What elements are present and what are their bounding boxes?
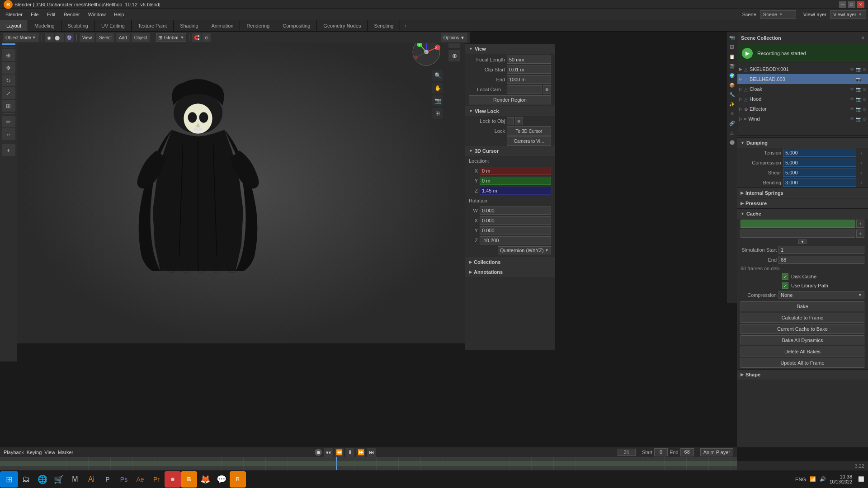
- shear-value[interactable]: 5.000: [783, 169, 856, 177]
- lock-to-obj-icon[interactable]: ⊕: [515, 117, 523, 125]
- focal-length-value[interactable]: 50 mm: [507, 56, 551, 64]
- proportional-edit[interactable]: ⊙: [202, 33, 211, 42]
- tree-cam-effector[interactable]: 📷: [856, 107, 861, 112]
- compression-selector[interactable]: None ▼: [778, 291, 864, 299]
- tab-modeling[interactable]: Modeling: [28, 20, 61, 31]
- clip-start-value[interactable]: 0.01 m: [507, 66, 551, 74]
- viewport-shading-material[interactable]: ⬤: [55, 33, 64, 42]
- start-button[interactable]: ⊞: [0, 471, 18, 488]
- bending-value[interactable]: 3.000: [783, 178, 856, 187]
- disk-cache-checkbox[interactable]: ✓: [782, 273, 788, 280]
- cache-input-1[interactable]: [741, 220, 855, 228]
- bake-all-dynamics-button[interactable]: Bake All Dynamics: [741, 335, 864, 345]
- move-tool-icon[interactable]: ✥: [2, 62, 15, 74]
- rot-y-value[interactable]: 0.000: [480, 226, 551, 235]
- viewport-shading-rendered[interactable]: 🔮: [65, 33, 74, 42]
- tree-item-effector[interactable]: ▷ ⊕ Effector 👁 📷 ⊙: [737, 104, 868, 114]
- taskbar-browser[interactable]: 🌐: [34, 471, 51, 488]
- view-menu-timeline[interactable]: View: [44, 450, 55, 455]
- menu-edit[interactable]: Edit: [43, 11, 59, 18]
- tab-layout[interactable]: Layout: [0, 20, 28, 31]
- keying-menu[interactable]: Keying: [27, 450, 42, 455]
- annotate-tool-icon[interactable]: ✏: [2, 116, 15, 127]
- tree-cam-bellhead[interactable]: 📷: [856, 77, 861, 82]
- tree-vis-wind[interactable]: 👁: [850, 117, 854, 122]
- transform-tool-icon[interactable]: ⊞: [2, 100, 15, 112]
- menu-render[interactable]: Render: [60, 11, 84, 18]
- prop-tab-output[interactable]: 🖼: [728, 43, 736, 51]
- camera-icon[interactable]: 📷: [432, 95, 443, 106]
- tab-rendering[interactable]: Rendering: [240, 20, 276, 31]
- prop-tab-world[interactable]: 🌍: [728, 71, 736, 80]
- taskbar-blender[interactable]: B: [181, 471, 197, 488]
- sim-end-value[interactable]: 68: [778, 256, 864, 264]
- tab-geometry-nodes[interactable]: Geometry Nodes: [317, 20, 368, 31]
- tab-texture-paint[interactable]: Texture Paint: [132, 20, 174, 31]
- tree-render-skelebody[interactable]: ⊙: [863, 67, 866, 72]
- cache-add-btn-2[interactable]: +: [856, 230, 864, 238]
- clip-end-value[interactable]: 1000 m: [507, 75, 551, 84]
- local-cam-icon[interactable]: ⊕: [543, 85, 551, 94]
- next-frame-button[interactable]: ⏩: [356, 448, 365, 457]
- tree-vis-bellhead[interactable]: 👁: [850, 77, 854, 82]
- taskbar-app2[interactable]: Ai: [83, 471, 99, 488]
- camera-to-view-btn[interactable]: Camera to Vi...: [507, 136, 551, 146]
- transform-space-global[interactable]: ⊞ Global ▼: [156, 33, 187, 42]
- tree-render-wind[interactable]: ⊙: [863, 117, 866, 122]
- scale-tool-icon[interactable]: ⤢: [2, 87, 15, 99]
- rotate-tool-icon[interactable]: ↻: [2, 75, 15, 86]
- cache-expand-btn[interactable]: ▼: [798, 239, 807, 244]
- current-cache-to-bake-button[interactable]: Current Cache to Bake: [741, 324, 864, 334]
- bake-button[interactable]: Bake: [741, 301, 864, 311]
- measure-tool-icon[interactable]: ↔: [2, 128, 15, 140]
- object-menu[interactable]: Object: [132, 33, 150, 42]
- tension-value[interactable]: 5.000: [783, 149, 856, 157]
- delete-all-bakes-button[interactable]: Delete All Bakes: [741, 347, 864, 357]
- prop-tab-physics[interactable]: ⚛: [728, 109, 736, 117]
- tree-item-bellhead[interactable]: ▶ △ BELLHEAD.003 👁 📷 ⊙: [737, 74, 868, 84]
- record-button[interactable]: ⏺: [315, 449, 322, 456]
- maximize-button[interactable]: □: [848, 1, 855, 8]
- lock-to-obj-value[interactable]: [507, 117, 514, 125]
- render-region-button[interactable]: Render Region: [469, 95, 551, 104]
- tree-render-cloak[interactable]: ⊙: [863, 87, 866, 92]
- grid-icon[interactable]: ⊞: [432, 108, 443, 119]
- prop-tab-data[interactable]: △: [728, 128, 736, 136]
- shape-section-header[interactable]: ▶ Shape: [737, 370, 868, 380]
- prop-tab-modifier[interactable]: 🔧: [728, 90, 736, 99]
- minimize-button[interactable]: —: [839, 1, 846, 8]
- menu-help[interactable]: Help: [110, 11, 128, 18]
- 3d-viewport[interactable]: 👁 ⊕ X Y Z: [17, 32, 465, 343]
- pan-icon[interactable]: ✋: [432, 83, 443, 94]
- view-section-header[interactable]: ▼ View: [465, 44, 555, 54]
- lock-to-3d-cursor-btn[interactable]: To 3D Cursor: [507, 126, 551, 136]
- tree-render-hood[interactable]: ⊙: [863, 97, 866, 102]
- annotations-header[interactable]: ▶ Annotations: [465, 267, 555, 277]
- cursor-z-value[interactable]: 1.45 m: [480, 187, 551, 195]
- tab-animation[interactable]: Animation: [205, 20, 241, 31]
- damping-section-header[interactable]: ▼ Damping: [737, 138, 868, 148]
- rot-z-value[interactable]: -10.200: [480, 236, 551, 244]
- prop-tab-view-layer[interactable]: 📋: [728, 52, 736, 61]
- menu-window[interactable]: Window: [85, 11, 109, 18]
- update-all-to-frame-button[interactable]: Update All to Frame: [741, 358, 864, 368]
- tray-volume[interactable]: 🔊: [820, 476, 826, 482]
- taskbar-discord[interactable]: 💬: [213, 471, 230, 488]
- prop-tab-render[interactable]: 📷: [728, 33, 736, 42]
- add-menu[interactable]: Add: [116, 33, 130, 42]
- tab-compositing[interactable]: Compositing: [276, 20, 317, 31]
- local-cam-value[interactable]: [507, 85, 542, 94]
- cache-add-btn[interactable]: +: [856, 220, 864, 228]
- prop-tab-constraints[interactable]: 🔗: [728, 119, 736, 127]
- snap-toggle[interactable]: 🧲: [192, 33, 201, 42]
- use-library-path-checkbox[interactable]: ✓: [782, 282, 788, 289]
- calculate-to-frame-button[interactable]: Calculate to Frame: [741, 313, 864, 323]
- prev-frame-button[interactable]: ⏪: [335, 448, 344, 457]
- viewlayer-selector-value[interactable]: ViewLayer: [833, 12, 856, 17]
- bending-expand[interactable]: ›: [858, 178, 864, 187]
- select-menu[interactable]: Select: [96, 33, 114, 42]
- menu-file[interactable]: File: [27, 11, 42, 18]
- cursor-y-value[interactable]: 0 m: [480, 177, 551, 185]
- 3d-cursor-header[interactable]: ▼ 3D Cursor: [465, 146, 555, 156]
- pressure-header[interactable]: ▶ Pressure: [737, 198, 868, 208]
